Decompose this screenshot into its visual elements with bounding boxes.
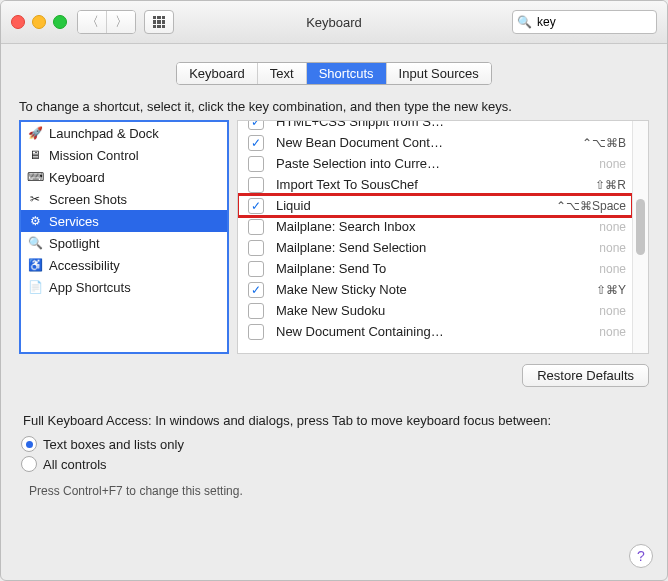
category-launchpad-dock[interactable]: 🚀Launchpad & Dock	[21, 122, 227, 144]
service-checkbox[interactable]	[248, 198, 264, 214]
service-checkbox[interactable]	[248, 240, 264, 256]
category-accessibility[interactable]: ♿Accessibility	[21, 254, 227, 276]
service-shortcut[interactable]: ⇧⌘Y	[596, 283, 626, 297]
services-icon: ⚙	[27, 213, 43, 229]
service-label: Make New Sudoku	[276, 303, 587, 318]
category-list[interactable]: 🚀Launchpad & Dock🖥Mission Control⌨Keyboa…	[19, 120, 229, 354]
service-label: New Bean Document Cont…	[276, 135, 570, 150]
service-checkbox[interactable]	[248, 121, 264, 130]
service-row[interactable]: Make New Sudokunone	[238, 300, 632, 321]
screenshots-icon: ✂	[27, 191, 43, 207]
category-label: Screen Shots	[49, 192, 127, 207]
category-label: Accessibility	[49, 258, 120, 273]
category-mission-control[interactable]: 🖥Mission Control	[21, 144, 227, 166]
forward-button[interactable]: 〉	[106, 11, 135, 33]
service-label: New Document Containing…	[276, 324, 587, 339]
service-shortcut[interactable]: none	[599, 304, 626, 318]
close-icon[interactable]	[11, 15, 25, 29]
service-checkbox[interactable]	[248, 177, 264, 193]
service-row[interactable]: New Document Containing…none	[238, 321, 632, 342]
accessibility-icon: ♿	[27, 257, 43, 273]
tab-text[interactable]: Text	[257, 63, 306, 84]
keyboard-access-hint: Press Control+F7 to change this setting.	[29, 484, 645, 498]
service-row[interactable]: Liquid⌃⌥⌘Space	[238, 195, 632, 216]
scrollbar[interactable]	[632, 121, 648, 353]
service-label: Make New Sticky Note	[276, 282, 584, 297]
search-icon: 🔍	[517, 15, 532, 29]
radio-label: All controls	[43, 457, 107, 472]
tab-keyboard[interactable]: Keyboard	[177, 63, 257, 84]
category-label: Keyboard	[49, 170, 105, 185]
service-row[interactable]: Import Text To SousChef⇧⌘R	[238, 174, 632, 195]
service-label: HTML+CSS Snippit from S…	[276, 121, 614, 129]
category-keyboard[interactable]: ⌨Keyboard	[21, 166, 227, 188]
service-checkbox[interactable]	[248, 303, 264, 319]
minimize-icon[interactable]	[32, 15, 46, 29]
service-label: Paste Selection into Curre…	[276, 156, 587, 171]
search-field[interactable]: 🔍 ✕	[512, 10, 657, 34]
category-label: Launchpad & Dock	[49, 126, 159, 141]
category-label: Mission Control	[49, 148, 139, 163]
service-shortcut[interactable]: ⌃⌥⌘B	[582, 136, 626, 150]
service-shortcut[interactable]: none	[599, 157, 626, 171]
service-row[interactable]: Mailplane: Send Selectionnone	[238, 237, 632, 258]
service-checkbox[interactable]	[248, 219, 264, 235]
shortcut-panes: 🚀Launchpad & Dock🖥Mission Control⌨Keyboa…	[19, 120, 649, 354]
service-checkbox[interactable]	[248, 282, 264, 298]
app-shortcuts-icon: 📄	[27, 279, 43, 295]
category-screen-shots[interactable]: ✂Screen Shots	[21, 188, 227, 210]
category-app-shortcuts[interactable]: 📄App Shortcuts	[21, 276, 227, 298]
category-services[interactable]: ⚙Services	[21, 210, 227, 232]
tab-shortcuts[interactable]: Shortcuts	[306, 63, 386, 84]
service-checkbox[interactable]	[248, 324, 264, 340]
search-input[interactable]	[535, 14, 668, 30]
window-title: Keyboard	[306, 15, 362, 30]
category-spotlight[interactable]: 🔍Spotlight	[21, 232, 227, 254]
zoom-icon[interactable]	[53, 15, 67, 29]
service-shortcut[interactable]: none	[599, 262, 626, 276]
service-checkbox[interactable]	[248, 156, 264, 172]
service-shortcut[interactable]: none	[599, 241, 626, 255]
service-label: Import Text To SousChef	[276, 177, 583, 192]
category-label: Spotlight	[49, 236, 100, 251]
launchpad-icon: 🚀	[27, 125, 43, 141]
scroll-thumb[interactable]	[636, 199, 645, 255]
service-shortcut[interactable]: none	[599, 220, 626, 234]
service-row[interactable]: HTML+CSS Snippit from S…	[238, 121, 632, 132]
window-controls	[11, 15, 67, 29]
category-label: Services	[49, 214, 99, 229]
grid-icon	[153, 16, 165, 28]
keyboard-access-heading: Full Keyboard Access: In windows and dia…	[23, 413, 645, 428]
service-label: Liquid	[276, 198, 544, 213]
help-button[interactable]: ?	[629, 544, 653, 568]
service-row[interactable]: Make New Sticky Note⇧⌘Y	[238, 279, 632, 300]
service-checkbox[interactable]	[248, 135, 264, 151]
back-button[interactable]: 〈	[78, 11, 106, 33]
service-row[interactable]: New Bean Document Cont…⌃⌥⌘B	[238, 132, 632, 153]
radio-icon	[21, 456, 37, 472]
restore-defaults-button[interactable]: Restore Defaults	[522, 364, 649, 387]
keyboard-icon: ⌨	[27, 169, 43, 185]
service-label: Mailplane: Send Selection	[276, 240, 587, 255]
service-row[interactable]: Mailplane: Send Tonone	[238, 258, 632, 279]
radio-icon	[21, 436, 37, 452]
preferences-window: 〈 〉 Keyboard 🔍 ✕ KeyboardTextShortcutsIn…	[0, 0, 668, 581]
nav-buttons: 〈 〉	[77, 10, 136, 34]
service-shortcut[interactable]: ⇧⌘R	[595, 178, 626, 192]
radio-all-controls[interactable]: All controls	[21, 454, 667, 474]
service-label: Mailplane: Search Inbox	[276, 219, 587, 234]
services-list[interactable]: HTML+CSS Snippit from S…New Bean Documen…	[237, 120, 649, 354]
service-shortcut[interactable]: ⌃⌥⌘Space	[556, 199, 626, 213]
radio-label: Text boxes and lists only	[43, 437, 184, 452]
tab-input-sources[interactable]: Input Sources	[386, 63, 491, 84]
spotlight-icon: 🔍	[27, 235, 43, 251]
keyboard-access-options: Text boxes and lists onlyAll controls	[21, 434, 667, 474]
service-row[interactable]: Paste Selection into Curre…none	[238, 153, 632, 174]
service-row[interactable]: Mailplane: Search Inboxnone	[238, 216, 632, 237]
radio-text-boxes-and-lists-only[interactable]: Text boxes and lists only	[21, 434, 667, 454]
service-checkbox[interactable]	[248, 261, 264, 277]
titlebar: 〈 〉 Keyboard 🔍 ✕	[1, 1, 667, 44]
service-shortcut[interactable]: none	[599, 325, 626, 339]
show-all-button[interactable]	[144, 10, 174, 34]
instruction-text: To change a shortcut, select it, click t…	[19, 99, 649, 114]
